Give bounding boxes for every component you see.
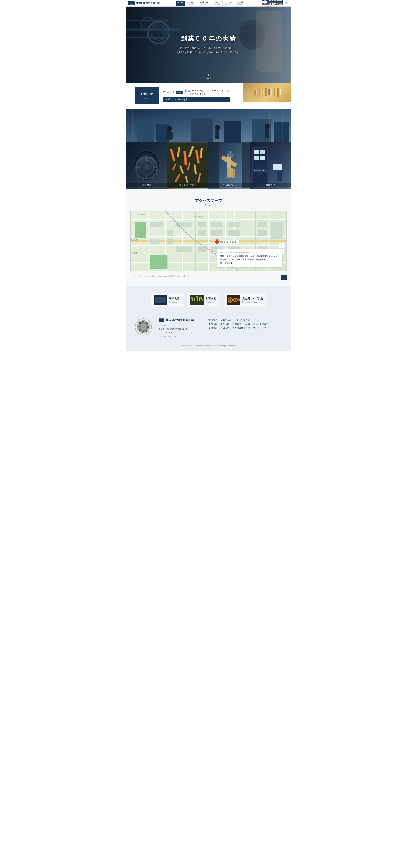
tubes-visual [243, 83, 291, 102]
cell-text-1: 事業内容 [142, 184, 151, 186]
footer-link-flow[interactable]: ご依頼の流れ [220, 318, 234, 321]
footer-card-services[interactable]: 事業内容 Services [151, 293, 183, 307]
cell-label-4: 採用情報 [250, 183, 291, 187]
footer-link-faq[interactable]: よくあるご質問 [253, 322, 268, 325]
svg-rect-18 [274, 122, 289, 142]
tel-row: TEL 03-3890-0331 [262, 0, 284, 2]
news-more-label: 過去のお知らせを見る [168, 98, 189, 101]
news-more-button[interactable]: ℹ 過去のお知らせを見る [163, 97, 230, 102]
company-logo-icon: 弥生 金属工業 [128, 1, 135, 5]
svg-rect-56 [229, 151, 232, 156]
footer-postal: 〒120-0841 [158, 324, 202, 327]
footer-link-services[interactable]: 事業内容 [208, 322, 217, 325]
footer-logo-row: 弥生 金属工業 株式会社弥生金属工業 [158, 318, 202, 322]
fax-row: FAX 03-3890-9190 [262, 2, 284, 5]
footer-card-text-products: 加工内容 Products [206, 297, 216, 303]
footer-logo-icon: 弥生 金属工業 [158, 318, 164, 322]
footer-link-pipe[interactable]: 貴金属パイプ製造 [232, 322, 250, 325]
back-to-top-btn[interactable]: ▲ [281, 275, 287, 280]
svg-rect-21 [166, 132, 168, 139]
nav-recruit[interactable]: Recruit 採用情報 [235, 1, 245, 6]
photo-cell-company[interactable]: 事業内容 [126, 142, 167, 189]
nav-recruit-en: Recruit [237, 1, 243, 3]
main-nav: Home ホーム Company 会社案内 Services ▾ 事業紹介 Fl… [176, 1, 245, 6]
company-name: 株式会社弥生金属工業 [136, 2, 160, 5]
footer-cards-section: 事業内容 Services 加工内容 Products [126, 286, 291, 314]
svg-rect-104 [211, 230, 222, 236]
hero-title: 創業５０年の実績 [177, 34, 240, 43]
footer-link-news[interactable]: お知らせ [220, 327, 229, 330]
photo-cell-recruit[interactable]: 株式会社弥生金属工業 採用情報 [250, 142, 291, 189]
tel-label: TEL [262, 0, 267, 1]
svg-rect-11 [256, 11, 282, 72]
fax-number: 03-3890-9190 [267, 2, 284, 5]
cell-bg-3 [208, 142, 250, 189]
footer-fax: FAX：03-3890-9190 [158, 335, 202, 338]
news-more-icon: ℹ [166, 98, 167, 101]
nav-flow-ja: ご依頼の流れ [212, 3, 221, 5]
footer-link-contact[interactable]: お問い合わせ [237, 318, 250, 321]
nav-contact-en: Contact [226, 1, 232, 3]
news-label-en: News [144, 97, 149, 99]
footer-card-img-products [190, 295, 204, 305]
svg-rect-95 [168, 230, 173, 236]
svg-rect-113 [150, 255, 168, 269]
footer-nav-row-3: 採用情報 お知らせ 個人情報保護方針 サイトマップ [208, 327, 282, 330]
footer-link-privacy[interactable]: 個人情報保護方針 [232, 327, 250, 330]
svg-rect-54 [233, 168, 235, 178]
nav-home-ja: ホーム [178, 3, 183, 5]
footer-card-products[interactable]: 加工内容 Products [187, 293, 219, 307]
svg-point-144 [146, 322, 148, 324]
pipe-thumbnail [227, 295, 240, 305]
svg-rect-57 [208, 143, 219, 188]
cell-bg-2 [167, 142, 208, 189]
svg-rect-62 [254, 150, 259, 154]
nav-flow[interactable]: Flow ご依頼の流れ [210, 1, 222, 6]
nav-home-en: Home [178, 1, 183, 3]
footer-link-sitemap[interactable]: サイトマップ [253, 327, 266, 330]
svg-point-25 [265, 124, 270, 129]
svg-rect-4 [126, 28, 180, 31]
map-section: アクセスマップ Access [126, 189, 291, 286]
search-button[interactable]: 🔍 [285, 1, 289, 5]
svg-rect-65 [260, 156, 265, 160]
footer-nav-row-1: 会社案内 ご依頼の流れ お問い合わせ [208, 318, 282, 321]
factory-svg [126, 109, 291, 142]
svg-rect-26 [265, 129, 269, 138]
footer-card-pipe[interactable]: 貴金属パイプ製造 Pipe manufacturing [224, 293, 266, 307]
nav-contact[interactable]: Contact お問い合わせ [222, 1, 235, 6]
site-header: 弥生 金属工業 株式会社弥生金属工業 Home ホーム Company 会社案内… [126, 0, 291, 6]
dropdown-arrow-icon: ▾ [207, 2, 208, 3]
hero-subtitle: 時代のニーズに合わせたものづくりで社会に貢献し、 想像力と技術力でこれからも頼ら… [177, 46, 240, 55]
news-label-ja: お知らせ [141, 92, 153, 96]
map-wrapper: 株式会社 弥生金属工業 西が丘通り 環七北通り アリオ西新井 フローラル西新井 … [130, 211, 287, 278]
cell-bg-4: 株式会社弥生金属工業 [250, 142, 291, 189]
header-logo: 弥生 金属工業 株式会社弥生金属工業 [128, 1, 160, 5]
machine-svg [134, 156, 159, 180]
footer-top: 弥生 金属工業 株式会社弥生金属工業 〒120-0841 東京都足立区西新井本町… [135, 318, 282, 338]
company-tagline-section: 高度な製造技術で 信頼される企業に [126, 109, 291, 142]
svg-rect-112 [271, 222, 283, 239]
footer-link-recruit[interactable]: 採用情報 [208, 327, 217, 330]
footer-link-company[interactable]: 会社案内 [208, 318, 217, 321]
map-zoom-in[interactable]: + [279, 243, 284, 248]
footer-card-img-services [154, 295, 167, 305]
hero-scroll: ↓ Scroll [206, 73, 211, 79]
business-hours: 受付時間 8:30〜17:00 [262, 6, 284, 8]
office-svg: 株式会社弥生金属工業 [250, 142, 291, 189]
map-container[interactable]: 株式会社 弥生金属工業 西が丘通り 環七北通り アリオ西新井 フローラル西新井 … [130, 211, 287, 272]
nav-home[interactable]: Home ホーム [176, 1, 185, 6]
footer-nav-links: 会社案内 ご依頼の流れ お問い合わせ 事業内容 加工内容 貴金属パイプ製造 よく… [208, 318, 282, 330]
svg-text:アリオ西新井: アリオ西新井 [195, 216, 204, 218]
nav-services[interactable]: Services ▾ 事業紹介 [198, 1, 210, 6]
photo-cell-pipe[interactable]: 貴金属パイプ製造 [167, 142, 208, 189]
svg-rect-53 [231, 168, 233, 178]
footer-link-products[interactable]: 加工内容 [220, 322, 229, 325]
svg-rect-96 [150, 239, 159, 244]
nav-contact-ja: お問い合わせ [225, 3, 234, 5]
map-section-title: アクセスマップ [130, 198, 287, 203]
nav-company[interactable]: Company 会社案内 [185, 1, 198, 6]
photo-cell-flow[interactable]: ご依頼の流れ [208, 142, 250, 189]
nav-flow-en: Flow [214, 1, 218, 3]
news-image-decor [243, 83, 291, 102]
